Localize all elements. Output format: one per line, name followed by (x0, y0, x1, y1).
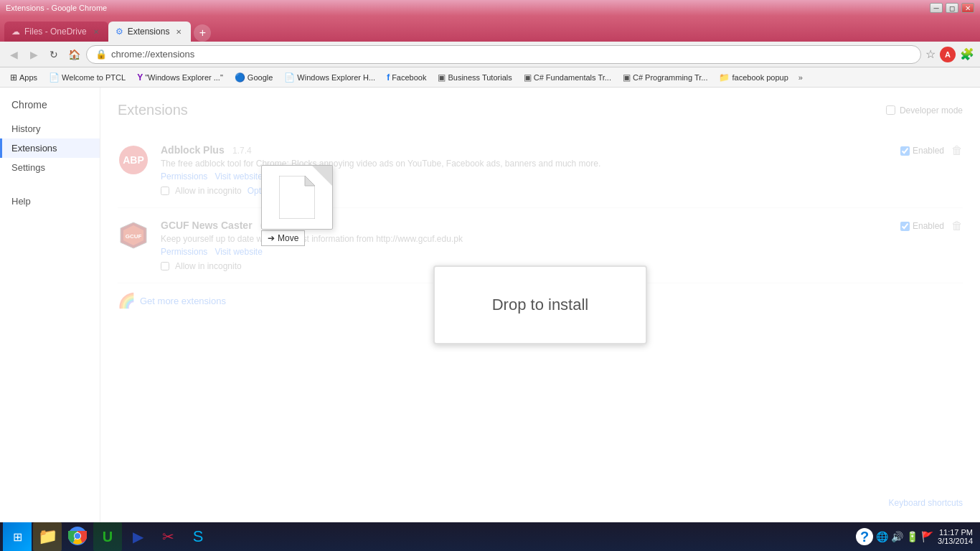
onedrive-tab-icon: ☁ (11, 27, 20, 37)
bookmark-ptcl-label: Welcome to PTCL (62, 73, 126, 82)
bookmark-csharp2[interactable]: ▣ C# Programming Tr... (618, 71, 712, 84)
address-icons: ☆ A 🧩 (925, 47, 974, 62)
tab-extensions-close[interactable]: ✕ (174, 27, 184, 37)
window-controls[interactable]: ─ ◻ ✕ (930, 3, 974, 13)
bookmark-winexp[interactable]: 📄 Windows Explorer H... (280, 71, 380, 84)
chrome-icon (68, 527, 87, 547)
volume-icon[interactable]: 🔊 (891, 531, 903, 542)
taskbar-chrome[interactable] (63, 522, 92, 551)
dragged-file: ➔ Move (261, 165, 333, 246)
sidebar-item-help[interactable]: Help (0, 192, 100, 211)
sidebar-item-extensions[interactable]: Extensions (0, 138, 100, 158)
content-area: Extensions Developer mode ABP Adblock Pl… (100, 88, 980, 522)
bookmark-csharp1-label: C# Fundamentals Tr... (534, 73, 611, 82)
system-tray: ? 🌐 🔊 🔋 🚩 (856, 528, 933, 545)
sidebar-item-history[interactable]: History (0, 119, 100, 138)
winexp-icon: 📄 (284, 72, 295, 83)
network-icon[interactable]: 🌐 (876, 531, 888, 542)
sidebar-help-label: Help (11, 196, 31, 207)
profile-icon[interactable]: A (940, 47, 956, 62)
bookmark-csharp2-label: C# Programming Tr... (633, 73, 708, 82)
skype-icon: S (193, 527, 204, 546)
home-button[interactable]: 🏠 (66, 47, 82, 62)
tab-onedrive[interactable]: ☁ Files - OneDrive ✕ (4, 22, 108, 42)
tab-extensions[interactable]: ⚙ Extensions ✕ (108, 22, 192, 42)
lock-icon: 🔒 (95, 49, 107, 60)
sidebar-history-label: History (11, 123, 40, 134)
file-icon (261, 165, 333, 230)
tab-bar: ☁ Files - OneDrive ✕ ⚙ Extensions ✕ + (0, 16, 980, 42)
back-button[interactable]: ◀ (6, 47, 22, 62)
forward-button[interactable]: ▶ (26, 47, 42, 62)
restore-button[interactable]: ◻ (946, 3, 958, 13)
tab-onedrive-label: Files - OneDrive (24, 27, 87, 37)
bookmark-business-label: Business Tutorials (448, 73, 512, 82)
taskbar-explorer[interactable]: 📁 (33, 522, 62, 551)
sidebar-title: Chrome (0, 99, 100, 119)
url-text: chrome://extensions (111, 49, 194, 60)
bookmark-winexp-label: Windows Explorer H... (297, 73, 375, 82)
taskbar-app4[interactable]: ▶ (123, 522, 152, 551)
bookmark-google[interactable]: 🔵 Google (230, 71, 277, 84)
sidebar-settings-label: Settings (11, 162, 45, 173)
taskbar-left: ⊞ 📁 U ▶ ✂ (3, 522, 212, 551)
extensions-tab-icon: ⚙ (116, 27, 123, 37)
help-icon[interactable]: ? (856, 528, 873, 545)
bookmark-yahoo[interactable]: Y "Windows Explorer ..." (133, 71, 227, 84)
clock-date: 3/13/2014 (938, 537, 973, 545)
close-button[interactable]: ✕ (961, 3, 974, 13)
fbpopup-icon: 📁 (719, 72, 730, 83)
start-button[interactable]: ⊞ (3, 522, 32, 551)
taskbar-app3[interactable]: U (93, 522, 122, 551)
bookmark-facebook[interactable]: f Facebook (382, 71, 430, 84)
title-bar-left: Extensions - Google Chrome (6, 4, 107, 12)
minimize-button[interactable]: ─ (930, 3, 943, 13)
tab-onedrive-close[interactable]: ✕ (91, 27, 101, 37)
taskbar: ⊞ 📁 U ▶ ✂ (0, 522, 980, 551)
google-icon: 🔵 (235, 72, 245, 83)
move-label-text: Move (278, 233, 298, 243)
sidebar-item-settings[interactable]: Settings (0, 158, 100, 177)
business-icon: ▣ (438, 72, 446, 83)
reload-button[interactable]: ↻ (46, 47, 62, 62)
address-input[interactable]: 🔒 chrome://extensions (86, 45, 921, 64)
move-arrow-icon: ➔ (268, 233, 275, 243)
bookmarks-bar: ⊞ Apps 📄 Welcome to PTCL Y "Windows Expl… (0, 67, 980, 88)
window-title: Extensions - Google Chrome (6, 4, 107, 12)
app3-icon: U (103, 529, 113, 545)
bookmarks-more-button[interactable]: » (796, 72, 806, 83)
explorer-icon: 📁 (38, 527, 57, 546)
clock-time: 11:17 PM (938, 528, 973, 537)
title-bar: Extensions - Google Chrome ─ ◻ ✕ (0, 0, 980, 16)
bookmark-apps[interactable]: ⊞ Apps (6, 71, 42, 84)
taskbar-skype[interactable]: S (184, 522, 212, 551)
bookmark-business[interactable]: ▣ Business Tutorials (433, 71, 516, 84)
taskbar-app5[interactable]: ✂ (154, 522, 182, 551)
bookmark-ptcl[interactable]: 📄 Welcome to PTCL (44, 71, 130, 84)
yahoo-icon: Y (137, 72, 143, 83)
drop-overlay: Drop to install (100, 88, 980, 522)
apps-icon: ⊞ (10, 72, 17, 83)
bookmark-star-icon[interactable]: ☆ (925, 47, 936, 61)
taskbar-right: ? 🌐 🔊 🔋 🚩 11:17 PM 3/13/2014 (856, 528, 977, 545)
windows-icon: ⊞ (13, 530, 22, 544)
facebook-icon: f (387, 72, 390, 83)
bookmark-yahoo-label: "Windows Explorer ..." (145, 73, 223, 82)
bookmark-csharp1[interactable]: ▣ C# Fundamentals Tr... (519, 71, 616, 84)
bookmark-fbpopup-label: facebook popup (732, 73, 788, 82)
tab-extensions-label: Extensions (128, 27, 170, 37)
svg-marker-4 (305, 176, 315, 186)
bookmark-facebook-label: Facebook (392, 73, 426, 82)
move-label: ➔ Move (261, 230, 305, 246)
drop-to-install-box: Drop to install (433, 265, 648, 344)
svg-point-8 (75, 533, 80, 539)
csharp1-icon: ▣ (524, 72, 532, 83)
battery-icon[interactable]: 🔋 (906, 531, 918, 542)
bookmark-fbpopup[interactable]: 📁 facebook popup (715, 71, 792, 84)
system-clock: 11:17 PM 3/13/2014 (938, 528, 973, 545)
flag-icon[interactable]: 🚩 (921, 531, 933, 542)
bookmark-google-label: Google (248, 73, 273, 82)
new-tab-button[interactable]: + (194, 24, 211, 42)
drop-to-install-text: Drop to install (492, 296, 589, 314)
extension-puzzle-icon[interactable]: 🧩 (960, 47, 974, 61)
